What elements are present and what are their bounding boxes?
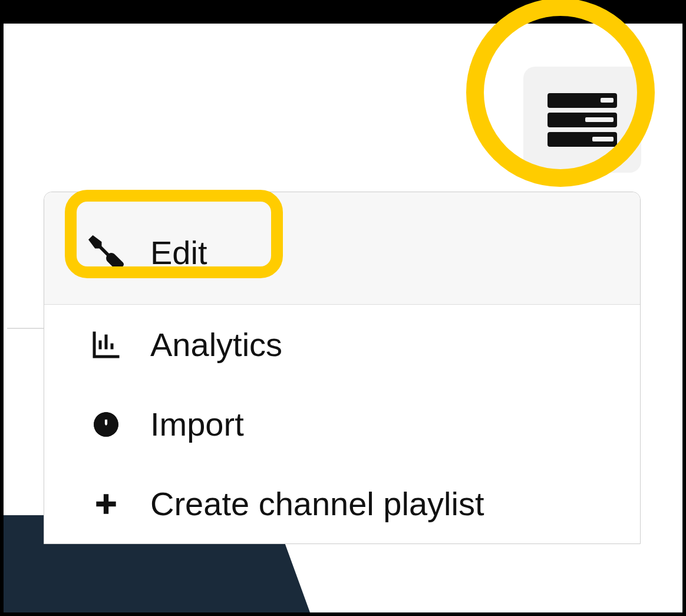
menu-item-edit[interactable]: Edit [44, 213, 640, 292]
settings-list-icon [548, 93, 617, 147]
menu-item-label: Analytics [150, 325, 282, 364]
plus-icon [85, 489, 127, 519]
wrench-icon [85, 235, 127, 271]
download-circle-icon [85, 410, 127, 439]
menu-item-import[interactable]: Import [44, 384, 640, 464]
dropdown-highlighted-section: Edit [44, 192, 640, 305]
menu-item-label: Import [150, 405, 244, 443]
menu-item-label: Create channel playlist [150, 485, 484, 523]
channel-actions-dropdown: Edit Analytics Import Create channel pla… [44, 192, 641, 544]
menu-item-analytics[interactable]: Analytics [44, 305, 640, 384]
divider-line [7, 328, 45, 329]
app-window: Edit Analytics Import Create channel pla… [4, 24, 682, 612]
bar-chart-icon [85, 327, 127, 363]
menu-item-create-playlist[interactable]: Create channel playlist [44, 464, 640, 543]
menu-item-label: Edit [150, 233, 207, 272]
channel-actions-menu-button[interactable] [523, 67, 641, 173]
